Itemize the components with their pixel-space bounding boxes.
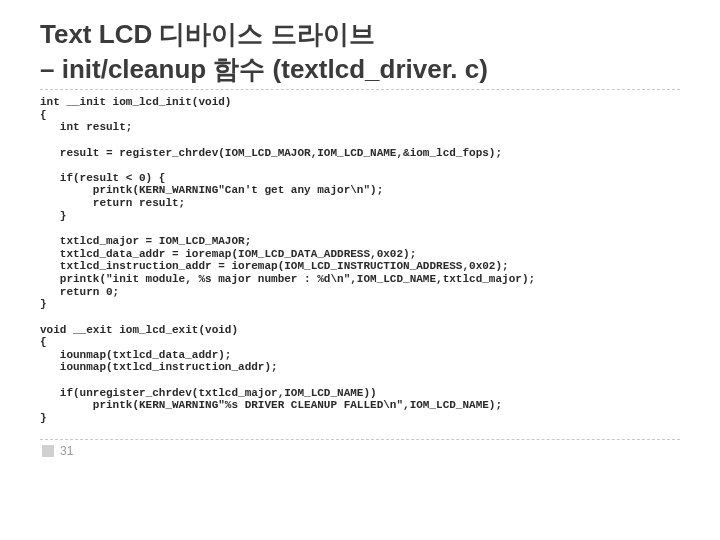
slide-title-line1: Text LCD 디바이스 드라이브 [40,18,680,51]
slide: Text LCD 디바이스 드라이브 – init/cleanup 함수 (te… [0,0,720,458]
page-number: 31 [60,444,73,458]
page-footer: 31 [40,444,680,458]
bottom-divider [40,439,680,440]
title-divider [40,89,680,90]
slide-title-line2: – init/cleanup 함수 (textlcd_driver. c) [40,53,680,86]
page-marker-icon [42,445,54,457]
code-block: int __init iom_lcd_init(void) { int resu… [40,96,680,425]
